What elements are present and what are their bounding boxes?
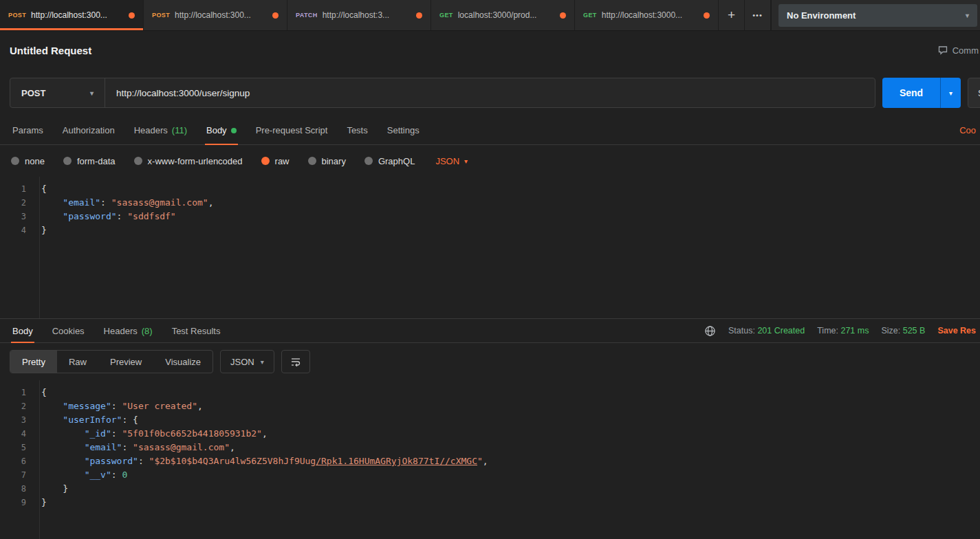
tab-label: Cookies (52, 326, 85, 336)
code-text: } (26, 223, 47, 237)
body-mode-binary[interactable]: binary (308, 156, 346, 166)
code-segment (41, 211, 63, 221)
body-mode-label: raw (275, 156, 290, 166)
tab-label: Authorization (63, 125, 115, 135)
comments-button[interactable]: Comm (937, 45, 979, 56)
code-segment: } (41, 225, 47, 235)
line-number: 5 (0, 441, 26, 454)
request-tab-tests[interactable]: Tests (337, 116, 377, 144)
request-tab-pre-request-script[interactable]: Pre-request Script (246, 116, 338, 144)
response-status-indicator: Status: 201 Created (728, 326, 805, 336)
request-nav-tabs: ParamsAuthorizationHeaders(11)BodyPre-re… (3, 116, 429, 144)
radio-icon (308, 157, 316, 165)
wrap-lines-button[interactable] (281, 350, 310, 373)
code-segment: : (100, 197, 111, 208)
send-options-button[interactable]: ▾ (940, 78, 961, 108)
request-tab[interactable]: PATCHhttp://localhost:3... (287, 0, 431, 30)
body-mode-label: GraphQL (378, 156, 415, 166)
response-tab-body[interactable]: Body (3, 319, 43, 342)
view-mode-raw[interactable]: Raw (57, 351, 98, 373)
tab-label: Body (12, 326, 33, 336)
request-tab-params[interactable]: Params (3, 116, 53, 144)
body-mode-label: binary (322, 156, 346, 166)
view-mode-preview[interactable]: Preview (98, 351, 153, 373)
request-tab-authorization[interactable]: Authorization (53, 116, 124, 144)
code-line: 1{ (0, 386, 980, 399)
method-selector[interactable]: POST ▾ (10, 78, 105, 107)
save-response-button[interactable]: Save Res (937, 326, 976, 336)
tab-bar: POSThttp://localhost:300...POSThttp://lo… (0, 0, 980, 31)
view-mode-visualize[interactable]: Visualize (153, 351, 213, 373)
body-mode-none[interactable]: none (11, 156, 45, 166)
code-line: 8 } (0, 482, 980, 496)
code-text: } (26, 496, 47, 509)
tab-label: Tests (347, 125, 367, 135)
request-tab-headers[interactable]: Headers(11) (124, 116, 197, 144)
request-tab[interactable]: GETlocalhost:3000/prod... (431, 0, 575, 30)
response-language-label: JSON (230, 357, 254, 367)
environment-selector[interactable]: No Environment ▾ (778, 4, 977, 27)
code-segment: "userInfor" (63, 415, 122, 425)
save-request-button[interactable]: S (968, 78, 980, 108)
unsaved-dot-icon (704, 12, 710, 19)
code-segment: : (122, 442, 133, 452)
line-number: 3 (0, 210, 26, 223)
code-segment: /Rpk1.16HUmAGRyjOk877tI//cXMGC (316, 456, 477, 466)
tab-title: http://localhost:3000... (602, 10, 699, 20)
request-tab[interactable]: GEThttp://localhost:3000... (575, 0, 719, 30)
tab-label: Test Results (172, 326, 221, 336)
code-segment (41, 401, 63, 411)
code-segment: , (197, 401, 203, 411)
code-segment: : { (122, 415, 138, 425)
environment-area: No Environment ▾ (771, 0, 980, 30)
code-segment: : (111, 428, 122, 439)
open-new-tab-button[interactable]: + (719, 0, 745, 30)
code-segment (41, 428, 85, 439)
send-button[interactable]: Send (882, 78, 940, 108)
globe-icon[interactable] (704, 325, 716, 337)
code-segment: : (138, 456, 149, 466)
code-line: 2 "email": "sasass@gmail.com", (0, 196, 980, 210)
line-number: 4 (0, 223, 26, 237)
request-tab[interactable]: POSThttp://localhost:300... (144, 0, 287, 30)
unsaved-dot-icon (129, 12, 135, 19)
body-mode-form-data[interactable]: form-data (63, 156, 116, 166)
meta-label: Status: (728, 326, 757, 336)
code-text: "password": "sddfsdf" (26, 210, 176, 223)
code-segment: "sddfsdf" (127, 211, 175, 221)
code-segment: "sasass@gmail.com" (111, 197, 208, 208)
body-mode-row: noneform-datax-www-form-urlencodedrawbin… (0, 145, 980, 177)
response-tab-test-results[interactable]: Test Results (162, 319, 230, 342)
line-number: 2 (0, 196, 26, 210)
unsaved-dot-icon (560, 12, 566, 19)
view-mode-pretty[interactable]: Pretty (10, 351, 57, 373)
body-mode-x-www-form-urlencoded[interactable]: x-www-form-urlencoded (134, 156, 243, 166)
request-tab-body[interactable]: Body (197, 116, 246, 144)
request-tab[interactable]: POSThttp://localhost:300... (0, 0, 144, 30)
chevron-down-icon: ▾ (966, 12, 969, 19)
cookies-link[interactable]: Coo (959, 125, 977, 135)
body-language-selector[interactable]: JSON ▾ (435, 156, 468, 166)
body-mode-graphql[interactable]: GraphQL (364, 156, 415, 166)
body-mode-label: form-data (77, 156, 116, 166)
code-line: 7 "__v": 0 (0, 468, 980, 482)
request-body-editor[interactable]: 1{2 "email": "sasass@gmail.com",3 "passw… (0, 177, 980, 318)
code-text: "_id": "5f01f0bc6652b441805931b2", (26, 427, 268, 441)
response-language-selector[interactable]: JSON ▾ (220, 350, 274, 373)
request-tab-settings[interactable]: Settings (378, 116, 429, 144)
code-segment: , (208, 197, 214, 208)
code-text: { (26, 182, 47, 196)
response-tab-cookies[interactable]: Cookies (43, 319, 94, 342)
tab-options-button[interactable]: ••• (745, 0, 771, 30)
code-segment: "email" (85, 442, 122, 452)
response-body-viewer[interactable]: 1{2 "message": "User created",3 "userInf… (0, 380, 980, 539)
code-segment: : (117, 211, 128, 221)
tab-title: http://localhost:3... (323, 10, 411, 20)
body-mode-raw[interactable]: raw (261, 156, 290, 166)
tab-method-label: GET (583, 12, 597, 19)
tab-label: Headers (104, 326, 138, 336)
body-content-dot-icon (231, 128, 237, 133)
response-tab-headers[interactable]: Headers(8) (94, 319, 162, 342)
code-line: 9} (0, 496, 980, 509)
url-input[interactable] (105, 78, 875, 107)
